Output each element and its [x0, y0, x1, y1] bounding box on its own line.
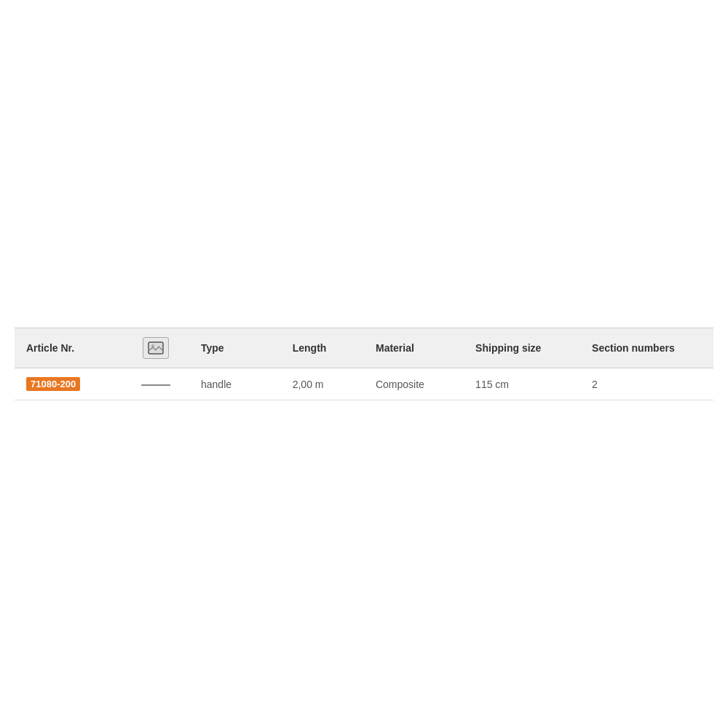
page-container: Article Nr. Type [0, 0, 728, 728]
image-placeholder-line [141, 384, 170, 386]
table-header-row: Article Nr. Type [15, 328, 713, 368]
col-header-section: Section numbers [580, 328, 713, 368]
col-header-article-nr: Article Nr. [15, 328, 123, 368]
table-row: 71080-200 handle 2,00 m Composite 115 cm… [15, 368, 713, 400]
article-badge[interactable]: 71080-200 [26, 377, 80, 391]
col-header-material: Material [364, 328, 464, 368]
cell-article-nr: 71080-200 [15, 368, 123, 400]
product-table: Article Nr. Type [15, 328, 713, 400]
col-header-image [123, 328, 189, 368]
table-wrapper: Article Nr. Type [15, 328, 713, 400]
cell-section: 2 [580, 368, 713, 400]
image-column-icon [143, 337, 169, 359]
cell-material: Composite [364, 368, 464, 400]
col-header-shipping: Shipping size [464, 328, 580, 368]
col-header-type: Type [189, 328, 281, 368]
cell-image [123, 368, 189, 400]
cell-length: 2,00 m [281, 368, 364, 400]
cell-shipping: 115 cm [464, 368, 580, 400]
cell-type: handle [189, 368, 281, 400]
image-icon [148, 341, 164, 355]
col-header-length: Length [281, 328, 364, 368]
